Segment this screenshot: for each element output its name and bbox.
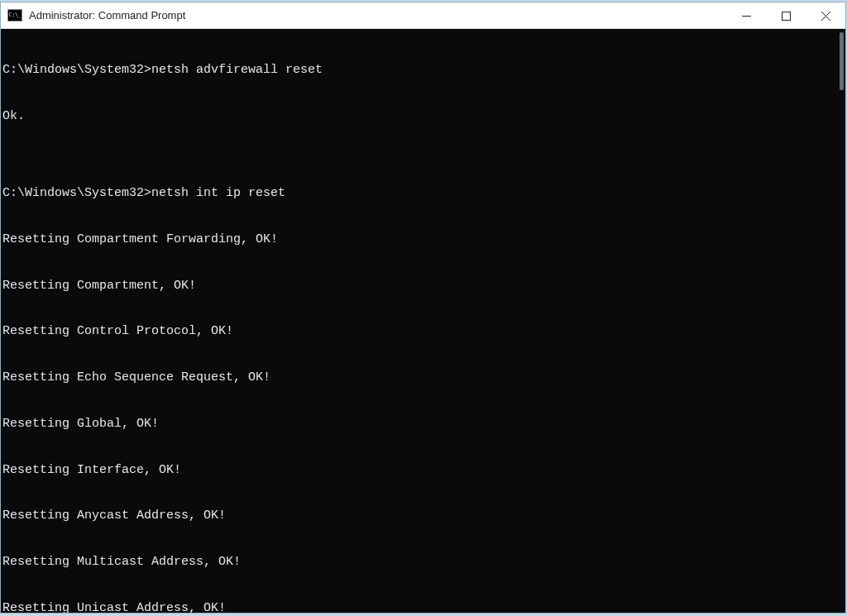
- terminal-line: Resetting Anycast Address, OK!: [2, 509, 835, 524]
- scrollbar[interactable]: [837, 29, 845, 613]
- terminal-line: Resetting Unicast Address, OK!: [2, 601, 835, 613]
- close-icon: [821, 12, 830, 21]
- window-controls: [726, 2, 845, 29]
- minimize-button[interactable]: [726, 2, 766, 29]
- window: Administrator: Command Prompt C:\Windows…: [0, 2, 846, 614]
- command: netsh advfirewall reset: [151, 63, 323, 77]
- close-button[interactable]: [806, 2, 845, 29]
- svg-rect-1: [782, 12, 790, 20]
- scroll-thumb[interactable]: [840, 32, 844, 90]
- terminal-line: Resetting Global, OK!: [2, 417, 835, 432]
- terminal[interactable]: C:\Windows\System32>netsh advfirewall re…: [1, 29, 845, 613]
- terminal-line: Resetting Multicast Address, OK!: [2, 555, 835, 571]
- terminal-line: C:\Windows\System32>netsh int ip reset: [2, 186, 835, 202]
- maximize-icon: [782, 12, 791, 21]
- terminal-line: Resetting Interface, OK!: [2, 463, 835, 479]
- terminal-content: C:\Windows\System32>netsh advfirewall re…: [2, 32, 835, 613]
- terminal-line: C:\Windows\System32>netsh advfirewall re…: [2, 63, 835, 79]
- terminal-line: Resetting Echo Sequence Request, OK!: [2, 370, 835, 386]
- titlebar[interactable]: Administrator: Command Prompt: [1, 2, 845, 29]
- window-title: Administrator: Command Prompt: [29, 9, 185, 21]
- terminal-line: Resetting Compartment, OK!: [2, 279, 835, 294]
- maximize-button[interactable]: [766, 2, 806, 29]
- prompt: C:\Windows\System32>: [2, 63, 151, 77]
- prompt: C:\Windows\System32>: [2, 186, 151, 200]
- terminal-line: Resetting Compartment Forwarding, OK!: [2, 232, 835, 248]
- command: netsh int ip reset: [151, 186, 285, 200]
- minimize-icon: [742, 12, 751, 21]
- terminal-line: Ok.: [2, 109, 835, 125]
- command-prompt-icon: [7, 9, 22, 21]
- terminal-line: Resetting Control Protocol, OK!: [2, 324, 835, 340]
